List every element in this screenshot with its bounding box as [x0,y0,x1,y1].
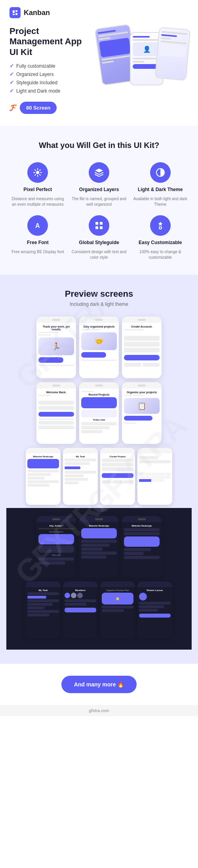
feature-name-3: Free Font [27,240,49,245]
phones-row-3: Website Redesign My Task [6,448,192,505]
preview-section: GFXTRA GFXTRA Preview screens Including … [0,275,198,664]
feature-item-2: ✓ Organized Layers [10,71,88,77]
dark-phone-3: Website Redesign [122,516,162,578]
free-font-icon-circle: A [27,215,48,236]
features-grid: Pixel Perfect Distance and measures usin… [10,162,188,260]
logo-icon [10,7,21,18]
svg-rect-6 [95,222,98,225]
check-icon-2: ✓ [10,71,14,77]
figma-logo: 𝓕 [10,103,16,113]
phones-row-2: Welcome Back. [6,382,192,444]
styleguide-icon-circle [89,215,109,236]
svg-rect-8 [95,226,98,229]
feature-item-1: ✓ Fully customizable [10,63,88,69]
dark-phone-sm-3: Upgrade to Premium Plan ⭐ [100,582,135,639]
feature-name-2: Light & Dark Theme [138,187,183,192]
feature-name-5: Easy Customizable [139,240,182,245]
feature-name-0: Pixel Perfect [23,187,52,192]
phone-create-project: Create Project [100,448,135,505]
dark-phone-sm-4: Robert Larson [137,582,172,639]
hero-right: 👤 [94,26,188,89]
cta-section: And many more 🔥 [0,664,198,705]
dark-phones-section: GFXTRA Hey, Anton ! Recent Projects Toda… [6,508,192,650]
feature-pixel-perfect: Pixel Perfect Distance and measures usin… [10,162,66,207]
hero-features-list: ✓ Fully customizable ✓ Organized Layers … [10,63,88,94]
feature-styleguide: Global Styleguide Consistent design with… [71,215,128,260]
phone-website-redesign: Website Redesign [26,448,61,505]
phone-keyboard [137,448,172,505]
check-icon-1: ✓ [10,63,14,69]
feature-desc-5: 100% easy to change & customizable [132,249,188,260]
svg-rect-9 [100,226,103,229]
svg-point-4 [36,171,39,174]
hero-phone-3 [154,27,190,81]
feature-organized-layers: Organized Layers The file is named, grou… [71,162,128,207]
phones-row-1: Track your work, get results 🏃 Stay orga… [6,316,192,378]
phone-track-work: Track your work, get results 🏃 [36,316,76,378]
section-title: What you Will Get in this UI Kit? [10,140,188,150]
feature-light-dark: Light & Dark Theme Available in both lig… [132,162,188,207]
check-icon-3: ✓ [10,80,14,85]
dark-phones-row-1: Hey, Anton ! Recent Projects Today task … [13,516,185,578]
gfxtra-url: gfxtra.com [89,708,109,713]
svg-rect-2 [15,13,17,15]
gfxtra-footer: gfxtra.com [0,705,198,716]
phone-task-details: My Task [63,448,98,505]
svg-rect-1 [15,10,17,12]
hero-title: Project Management App UI Kit [10,26,88,57]
preview-subtitle: Including dark & light theme [6,301,192,307]
svg-text:A: A [35,222,40,229]
feature-name-1: Organized Layers [79,187,119,192]
header: Kanban [0,0,198,22]
dark-phone-sm-2: Members [63,582,98,639]
organized-layers-icon-circle [89,162,109,183]
dark-phones-row-2: My Task Members [13,582,185,639]
cta-button[interactable]: And many more 🔥 [61,676,137,693]
pixel-perfect-icon-circle [27,162,48,183]
dark-phone-2: Website Redesign [79,516,119,578]
svg-point-10 [159,227,162,229]
feature-free-font: A Free Font Free amazing BE Display font [10,215,66,260]
feature-desc-4: Consistent design with text and color st… [71,249,128,260]
feature-item-3: ✓ Styleguide included [10,80,88,85]
screen-badge: 80 Screen [20,102,57,114]
phone-stay-organized: Stay organized projects 🤝 [79,316,119,378]
check-icon-4: ✓ [10,88,14,94]
feature-desc-2: Available in both light and dark Theme [132,196,188,207]
light-dark-icon-circle [150,162,171,183]
feature-name-4: Global Styleguide [79,240,119,245]
customizable-icon-circle [150,215,171,236]
hero-left: Project Management App UI Kit ✓ Fully cu… [10,26,88,114]
svg-rect-7 [100,222,103,225]
phone-create-account: Create Account. [122,316,162,378]
hero-section: Project Management App UI Kit ✓ Fully cu… [0,22,198,126]
svg-rect-0 [13,10,15,13]
phone-organize: Organize your projects 📋 [122,382,162,444]
feature-desc-0: Distance and measures using an even mult… [10,196,66,207]
phone-welcome: Welcome Back. [36,382,76,444]
dark-phone-1: Hey, Anton ! Recent Projects Today task [36,516,76,578]
logo-text: Kanban [24,9,50,17]
what-section: What you Will Get in this UI Kit? Pixel … [0,126,198,275]
svg-rect-3 [13,14,15,15]
feature-desc-1: The file is named, grouped and well orga… [71,196,128,207]
dark-phone-sm-1: My Task [26,582,61,639]
feature-desc-3: Free amazing BE Display font [11,249,64,255]
badge-container: 𝓕 80 Screen [10,102,88,114]
preview-title: Preview screens [6,289,192,299]
feature-customizable: Easy Customizable 100% easy to change & … [132,215,188,260]
phone-recent-projects: Recent Projects Today task [79,382,119,444]
feature-item-4: ✓ Light and Dark mode [10,88,88,94]
